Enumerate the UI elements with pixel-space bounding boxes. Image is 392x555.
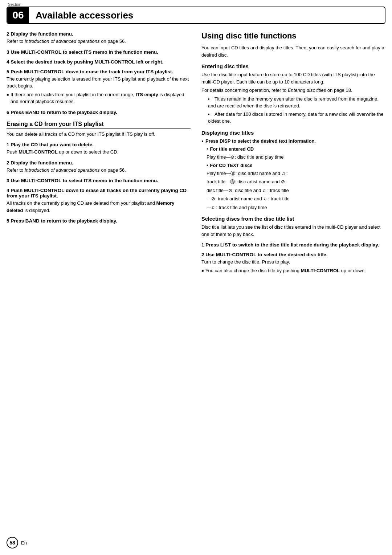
entering-bullets: Titles remain in the memory even after t… [208, 95, 385, 125]
page-language: En [21, 540, 27, 546]
erasing-body: You can delete all tracks of a CD from y… [7, 131, 191, 138]
section-label: Section [8, 2, 21, 7]
step1b-heading: 1 Play the CD that you want to delete. [7, 142, 191, 147]
displaying-title: Displaying disc titles [201, 130, 385, 136]
for-title-entered: For title entered CD [207, 146, 385, 153]
main-intro: You can input CD titles and display the … [201, 44, 385, 58]
selecting-title: Selecting discs from the disc title list [201, 216, 385, 222]
page-header: 06 Available accessories [7, 7, 385, 24]
section-title: Available accessories [29, 10, 133, 21]
entering-bullet1: Titles remain in the memory even after t… [208, 95, 385, 110]
step5b-heading: 5 Press BAND to return to the playback d… [7, 218, 191, 224]
erasing-title: Erasing a CD from your ITS playlist [7, 121, 191, 128]
step4b-heading: 4 Push MULTI-CONTROL down to erase all t… [7, 188, 191, 199]
step2a-body: Refer to Introduction of advanced operat… [7, 38, 191, 45]
step2b-body: Refer to Introduction of advanced operat… [7, 167, 191, 174]
left-column: 2 Display the function menu. Refer to In… [7, 31, 191, 275]
step5a-body: The currently playing selection is erase… [7, 76, 191, 90]
step2a-heading: 2 Display the function menu. [7, 31, 191, 37]
step6a-heading: 6 Press BAND to return to the playback d… [7, 110, 191, 115]
for-cd-text: For CD TEXT discs [207, 162, 385, 169]
step2c-bullet: You can also change the disc title by pu… [201, 267, 385, 274]
entering-bullet2: After data for 100 discs is stored in me… [208, 111, 385, 125]
page-number: 58 [7, 537, 18, 548]
entering-body1: Use the disc title input feature to stor… [201, 71, 385, 85]
right-column: Using disc title functions You can input… [201, 31, 385, 275]
cd-text-body3: disc title—⊘: disc title and ♫ : track t… [207, 187, 385, 194]
step1b-body: Push MULTI-CONTROL up or down to select … [7, 148, 191, 156]
disp-heading: Press DISP to select the desired text in… [201, 138, 385, 145]
entering-title: Entering disc titles [201, 64, 385, 69]
main-content: 2 Display the function menu. Refer to In… [7, 31, 385, 275]
step5a-heading: 5 Push MULTI-CONTROL down to erase the t… [7, 69, 191, 74]
step3b-heading: 3 Use MULTI-CONTROL to select ITS memo i… [7, 178, 191, 183]
selecting-body: Disc title list lets you see the list of… [201, 224, 385, 238]
entering-body2: For details concerning operation, refer … [201, 87, 385, 94]
step5a-bullet: If there are no tracks from your playlis… [7, 91, 191, 105]
step4a-heading: 4 Select the desired track by pushing MU… [7, 59, 191, 65]
step3a-heading: 3 Use MULTI-CONTROL to select ITS memo i… [7, 49, 191, 55]
step2c-body: Turn to change the disc title. Press to … [201, 258, 385, 266]
for-title-entered-body: Play time—⊘: disc title and play time [207, 154, 385, 161]
main-title: Using disc title functions [201, 31, 385, 41]
step2c-heading: 2 Use MULTI-CONTROL to select the desire… [201, 252, 385, 257]
step4b-body: All tracks on the currently playing CD a… [7, 200, 191, 214]
cd-text-body5: —♫ : track title and play time [207, 204, 385, 211]
cd-text-body1: Play time—Ⓑ: disc artist name and ♫ : [207, 170, 385, 177]
cd-text-body4: —⊘: track artist name and ♫ : track titl… [207, 195, 385, 203]
step2b-heading: 2 Display the function menu. [7, 160, 191, 166]
section-number: 06 [7, 7, 29, 23]
step1c-heading: 1 Press LIST to switch to the disc title… [201, 242, 385, 248]
page-footer: 58 En [7, 537, 27, 548]
cd-text-body2: track title—Ⓑ: disc artist name and ⊘ : [207, 178, 385, 185]
